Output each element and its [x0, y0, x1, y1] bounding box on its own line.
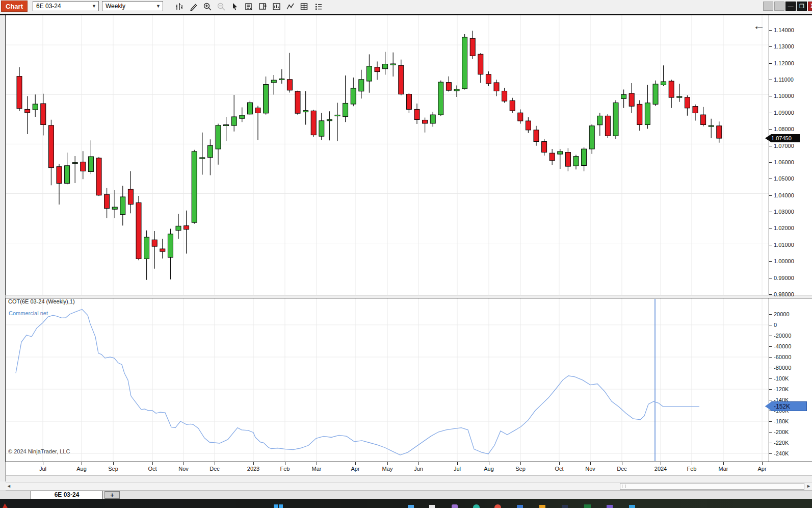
- indicator-box-button[interactable]: [266, 1, 278, 12]
- candle-body: [295, 91, 300, 113]
- candle-body: [669, 81, 674, 97]
- price-axis-tick: [769, 63, 772, 64]
- candle-body: [446, 83, 451, 91]
- candle-body: [255, 108, 260, 113]
- candle-body: [661, 82, 666, 85]
- cot-axis-tick: [769, 368, 772, 368]
- instrument-dropdown[interactable]: 6E 03-24 ▼: [33, 1, 99, 11]
- candle-body: [192, 151, 197, 222]
- tab-6e-03-24[interactable]: 6E 03-24: [31, 491, 103, 499]
- taskbar-app-icon[interactable]: [3, 503, 8, 508]
- zigzag-button[interactable]: [280, 1, 292, 12]
- zoom-out-button[interactable]: [211, 1, 223, 12]
- cot-series-legend[interactable]: Commercial net: [9, 310, 48, 316]
- cot-axis-tick: [769, 357, 772, 358]
- taskbar-icon-red[interactable]: [494, 504, 501, 508]
- candle-body: [136, 202, 141, 259]
- candle-body: [510, 100, 515, 111]
- zoom-in-button[interactable]: [197, 1, 209, 12]
- price-axis-label: 1.11000: [774, 77, 794, 83]
- taskbar-icon-purple-2[interactable]: [607, 505, 613, 508]
- add-tab-button[interactable]: +: [104, 491, 120, 499]
- strategy-grid-button[interactable]: [294, 1, 306, 12]
- time-axis-tick: [43, 462, 43, 465]
- window-extra-button-2[interactable]: [774, 2, 784, 11]
- price-axis-tick: [769, 30, 772, 31]
- go-to-last-bar-arrow-icon[interactable]: ←: [753, 18, 765, 33]
- candle-body: [589, 126, 594, 149]
- bar-chart-button[interactable]: [169, 1, 181, 12]
- chevron-down-icon: ▼: [92, 2, 96, 11]
- taskbar-icon-purple[interactable]: [452, 504, 458, 508]
- candle-body: [104, 194, 110, 209]
- candle-body: [112, 207, 117, 209]
- candle-body: [709, 125, 714, 126]
- cursor-button[interactable]: [224, 1, 237, 12]
- time-axis-label: Mar: [719, 466, 728, 472]
- candle-body: [701, 115, 706, 124]
- time-axis-label: Oct: [148, 466, 156, 472]
- candle-body: [184, 226, 189, 230]
- price-chart[interactable]: [6, 15, 769, 295]
- interval-dropdown[interactable]: Weekly ▼: [102, 1, 163, 11]
- candle-body: [717, 126, 722, 138]
- chart-menu-button[interactable]: Chart: [1, 1, 28, 12]
- pencil-button[interactable]: [183, 1, 195, 12]
- windows-taskbar: [0, 499, 812, 508]
- taskbar-icon-blue-2[interactable]: [517, 505, 523, 508]
- scroll-right-arrow-icon[interactable]: ►: [806, 482, 811, 490]
- price-axis-tick: [769, 129, 772, 130]
- chart-border-left: [6, 15, 6, 462]
- restore-button[interactable]: ❐: [797, 2, 807, 11]
- candle-body: [231, 117, 237, 125]
- candle-body: [72, 163, 77, 164]
- candle-body: [549, 153, 555, 161]
- time-axis-label: Feb: [687, 466, 697, 472]
- candle-body: [486, 74, 491, 84]
- cot-chart[interactable]: [6, 298, 769, 462]
- list-button[interactable]: [308, 1, 320, 12]
- chart-border-bottom: [6, 462, 812, 462]
- candle-body: [128, 189, 133, 204]
- taskbar-icon-excel[interactable]: [584, 504, 591, 508]
- taskbar-icon-orange[interactable]: [539, 505, 545, 508]
- window-extra-button[interactable]: [763, 2, 773, 11]
- candle-body: [470, 38, 475, 56]
- price-axis-label: 1.10000: [774, 93, 794, 99]
- price-axis-label: 1.00000: [774, 258, 794, 264]
- time-axis-label: Dec: [209, 466, 220, 472]
- price-axis-tick: [769, 80, 772, 80]
- panel-splitter[interactable]: [6, 295, 812, 298]
- candle-body: [653, 84, 658, 104]
- cot-axis-label: -180K: [774, 418, 789, 424]
- time-axis-tick: [418, 462, 419, 465]
- cot-axis-tick: [769, 378, 772, 379]
- scrollbar-thumb[interactable]: [620, 483, 804, 490]
- data-sheet-button[interactable]: [238, 1, 250, 12]
- cot-axis-tick: [769, 421, 772, 422]
- taskbar-icon-blue-3[interactable]: [629, 505, 635, 508]
- taskbar-icon-white[interactable]: [429, 505, 435, 508]
- window-panel-button[interactable]: [252, 1, 265, 12]
- price-axis-label: 1.14000: [774, 27, 794, 33]
- windows-start-icon[interactable]: [274, 504, 278, 508]
- candle-body: [558, 151, 563, 154]
- time-axis-label: Jul: [39, 466, 46, 472]
- candle-body: [120, 197, 125, 215]
- price-axis-tick: [769, 212, 772, 212]
- time-axis-label: Apr: [351, 466, 359, 472]
- candle-body: [406, 94, 411, 110]
- close-button[interactable]: X: [808, 2, 812, 11]
- candle-body: [176, 226, 181, 230]
- taskbar-icon-blue[interactable]: [408, 505, 414, 508]
- candle-body: [534, 130, 539, 142]
- scroll-left-arrow-icon[interactable]: ◄: [7, 482, 11, 490]
- cot-axis-tick: [769, 389, 772, 390]
- candle-body: [264, 85, 269, 113]
- candle-body: [693, 107, 698, 113]
- price-axis-tick: [769, 162, 772, 163]
- taskbar-icon-teal[interactable]: [473, 504, 480, 508]
- minimize-button[interactable]: —: [785, 2, 796, 11]
- candle-body: [637, 104, 642, 124]
- taskbar-icon-navy[interactable]: [562, 505, 568, 508]
